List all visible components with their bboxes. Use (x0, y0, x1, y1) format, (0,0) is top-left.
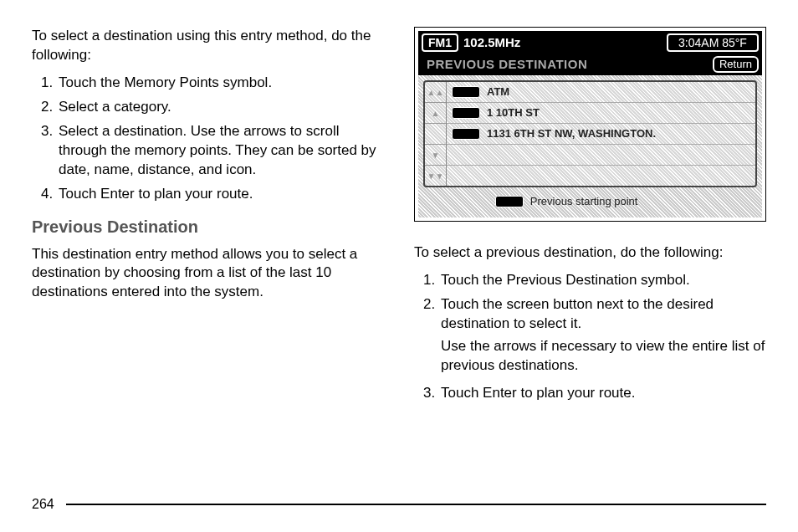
page-footer: 264 (32, 495, 766, 514)
list-item-label: 1131 6TH ST NW, WASHINGTON. (487, 126, 656, 141)
scroll-column: ▲▲ ▲ ▼ ▼▼ (425, 82, 447, 186)
previous-starting-point-button[interactable]: Previous starting point (473, 192, 707, 211)
destination-list: ▲▲ ▲ ▼ ▼▼ ATM 1 10TH ST (423, 80, 757, 187)
list-item-icon (452, 107, 480, 119)
scroll-page-up-icon[interactable]: ▲▲ (425, 82, 446, 103)
footer-rule (66, 504, 766, 505)
list-item-icon (452, 86, 480, 98)
right-step-3: Touch Enter to plan your route. (439, 384, 766, 403)
scroll-down-icon[interactable]: ▼ (425, 145, 446, 166)
right-step-2a: Touch the screen button next to the desi… (441, 296, 714, 331)
previous-starting-point-label: Previous starting point (530, 194, 638, 209)
right-step-1: Touch the Previous Destination symbol. (439, 271, 766, 290)
list-item-label: ATM (487, 84, 509, 100)
scroll-page-down-icon[interactable]: ▼▼ (425, 166, 446, 186)
left-column: To select a destination using this entry… (32, 27, 384, 415)
nav-screen: FM1 102.5MHz 3:04AM 85°F PREVIOUS DESTIN… (414, 27, 766, 222)
left-steps: Touch the Memory Points symbol. Select a… (32, 74, 384, 204)
right-step-2b: Use the arrows if necessary to view the … (441, 337, 766, 376)
left-step-3: Select a destination. Use the arrows to … (57, 122, 384, 180)
screen-body: ▲▲ ▲ ▼ ▼▼ ATM 1 10TH ST (418, 75, 762, 217)
list-item[interactable]: ATM (447, 82, 755, 103)
left-step-1: Touch the Memory Points symbol. (57, 74, 384, 93)
scroll-middle (425, 124, 446, 145)
screen-title: PREVIOUS DESTINATION (422, 56, 587, 73)
right-steps: Touch the Previous Destination symbol. T… (414, 271, 766, 403)
previous-starting-point-icon (495, 196, 524, 207)
list-item-label: 1 10TH ST (487, 105, 540, 120)
radio-frequency: 102.5MHz (463, 34, 520, 51)
right-step-2: Touch the screen button next to the desi… (439, 295, 766, 376)
scroll-up-icon[interactable]: ▲ (425, 103, 446, 124)
list-item[interactable] (447, 166, 755, 186)
section-heading-previous-destination: Previous Destination (32, 216, 384, 238)
left-intro: To select a destination using this entry… (32, 27, 384, 65)
list-item[interactable] (447, 145, 755, 166)
previous-destination-desc: This destination entry method allows you… (32, 245, 384, 303)
screen-topbar: FM1 102.5MHz 3:04AM 85°F (418, 31, 762, 54)
right-column: FM1 102.5MHz 3:04AM 85°F PREVIOUS DESTIN… (414, 27, 766, 415)
radio-band-badge[interactable]: FM1 (422, 33, 458, 52)
clock-temp-badge: 3:04AM 85°F (667, 33, 759, 52)
list-item-icon (452, 128, 480, 140)
list-item[interactable]: 1 10TH ST (447, 103, 755, 124)
left-step-2: Select a category. (57, 98, 384, 117)
right-intro: To select a previous destination, do the… (414, 243, 766, 263)
left-step-4: Touch Enter to plan your route. (57, 185, 384, 204)
return-button[interactable]: Return (713, 56, 759, 73)
list-item[interactable]: 1131 6TH ST NW, WASHINGTON. (447, 124, 755, 145)
screen-titlebar: PREVIOUS DESTINATION Return (418, 54, 762, 75)
page-number: 264 (32, 495, 54, 514)
